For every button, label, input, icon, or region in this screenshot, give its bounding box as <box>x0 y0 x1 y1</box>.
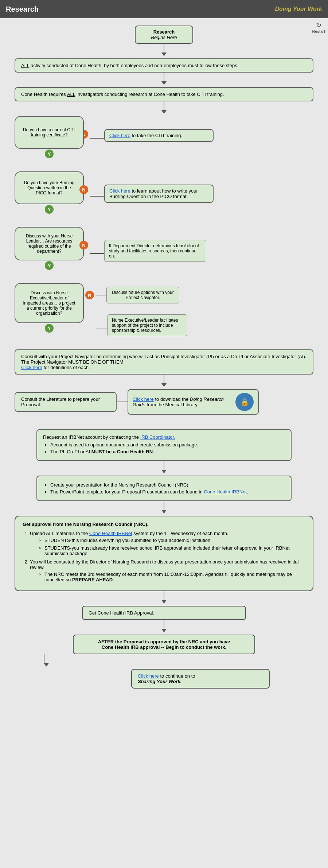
presentation-irbnet-link[interactable]: Cone Health IRBNet <box>204 489 247 495</box>
sharing-box: Click here to continue on to Sharing You… <box>131 669 270 689</box>
presentation-box: Create your presentation for the Nursing… <box>36 476 292 501</box>
nrc-irbnet-link[interactable]: Cone Health IRBNet <box>89 531 132 536</box>
q2-n-link[interactable]: Click here <box>109 188 130 194</box>
q4-n-text: Discuss future options with your Project… <box>112 290 173 300</box>
q2-section: Do you have your Burning Question writte… <box>15 171 313 214</box>
q1-text: Do you have a current CITI training cert… <box>23 127 76 137</box>
all-activity-text: ALL activity conducted at Cone Health, b… <box>21 63 238 68</box>
citi-required-text: Cone Health requires ALL investigators c… <box>21 92 224 97</box>
nrc-bullet-1a: STUDENTS-this includes everything you su… <box>44 538 305 543</box>
irbnet-coordinator-link[interactable]: IRB Coordinator. <box>140 434 175 440</box>
irbnet-intro-text: Request an IRBNet account by contacting … <box>43 434 140 440</box>
consult-lib-link[interactable]: Click here <box>133 396 154 402</box>
all-activity-box: ALL activity conducted at Cone Health, b… <box>15 58 313 73</box>
irbnet-bullet-2: The PI, Co-PI or AI MUST be a Cone Healt… <box>50 449 285 454</box>
nrc-item-1-bullets: STUDENTS-this includes everything you su… <box>44 538 305 556</box>
q4-text: Discuss with Nurse Executive/Leader of i… <box>23 290 76 316</box>
q1-section: Do you have a current CITI training cert… <box>15 116 313 158</box>
q1-n-box: Click here to take the CITI training. <box>104 129 214 142</box>
presentation-bullets: Create your presentation for the Nursing… <box>50 482 285 495</box>
consult-pi-text: Consult with your Project Navigator on d… <box>21 354 306 365</box>
sharing-italic: Sharing Your Work. <box>138 679 181 684</box>
after-proposal-line1: AFTER the Proposal is approved by the NR… <box>98 639 230 644</box>
get-irb-box: Get Cone Health IRB Approval. <box>82 606 246 620</box>
q3-text: Discuss with your Nurse Leader… Are reso… <box>23 233 76 254</box>
sharing-suffix: to continue on to <box>160 673 195 679</box>
nrc-item-1: Upload ALL materials to the Cone Health … <box>30 530 305 556</box>
nrc-items: Upload ALL materials to the Cone Health … <box>30 530 305 582</box>
consult-pi-suffix: for definitions of each. <box>43 365 90 370</box>
q2-n-box: Click here to learn about how to write y… <box>104 185 214 203</box>
q2-n-badge: N <box>79 185 88 194</box>
q1-n-text: to take the CITI training. <box>132 133 182 138</box>
q1-y-badge: Y <box>45 150 54 158</box>
consult-lit-box: Consult the Literature to prepare your P… <box>15 392 117 412</box>
library-icon: 🔒 <box>235 393 254 411</box>
q4-diamond: Discuss with Nurse Executive/Leader of i… <box>15 283 84 323</box>
irbnet-intro-row: Request an IRBNet account by contacting … <box>43 434 285 440</box>
irbnet-bullet-1: Account is used to upload documents and … <box>50 442 285 447</box>
nrc-bullet-1b: STUDENTS-you must already have received … <box>44 545 305 556</box>
q2-diamond: Do you have your Burning Question writte… <box>15 171 84 204</box>
q4-n-badge: N <box>85 291 94 299</box>
q2-text: Do you have your Burning Question writte… <box>23 180 76 195</box>
q3-section: Discuss with your Nurse Leader… Are reso… <box>15 227 313 270</box>
q1-n-link[interactable]: Click here <box>109 133 130 138</box>
q3-y-badge: Y <box>45 261 54 270</box>
irbnet-box: Request an IRBNet account by contacting … <box>36 429 292 461</box>
q3-n-text: If Department Director determines feasib… <box>109 243 199 259</box>
presentation-bullet-1: Create your presentation for the Nursing… <box>50 482 285 488</box>
q4-y-action-box: Nurse Executive/Leader facilitates suppo… <box>107 314 187 336</box>
presentation-bullet-2: The PowerPoint template for your Proposa… <box>50 489 285 495</box>
nrc-item-2-bullets: The NRC meets the 3rd Wednesday of each … <box>44 571 305 582</box>
nrc-bullet-2a: The NRC meets the 3rd Wednesday of each … <box>44 571 305 582</box>
consult-pi-link[interactable]: Click here <box>21 365 42 370</box>
sharing-link[interactable]: Click here <box>138 673 159 679</box>
start-box: Research Begins Here <box>135 26 193 44</box>
start-line1: Research <box>141 29 187 35</box>
start-line2: Begins Here <box>151 35 177 40</box>
q3-n-box: If Department Director determines feasib… <box>104 240 206 262</box>
get-irb-text: Get Cone Health IRB Approval. <box>89 610 154 616</box>
q3-diamond: Discuss with your Nurse Leader… Are reso… <box>15 227 84 260</box>
header: Research Doing Your Work <box>0 0 328 18</box>
consult-lit-row: Consult the Literature to prepare your P… <box>15 389 313 415</box>
nrc-approval-intro: Get approval from the Nursing Research C… <box>23 522 305 527</box>
consult-pi-box: Consult with your Project Navigator on d… <box>15 349 313 375</box>
q3-n-badge: N <box>79 241 88 249</box>
header-title: Research <box>6 5 39 13</box>
consult-lit-text: Consult the Literature to prepare your P… <box>21 396 100 407</box>
irbnet-bullets: Account is used to upload documents and … <box>50 442 285 454</box>
header-subtitle: Doing Your Work <box>275 6 322 12</box>
nrc-item-2: You will be contacted by the Director of… <box>30 559 305 582</box>
nrc-approval-box: Get approval from the Nursing Research C… <box>15 516 313 591</box>
citi-required-box: Cone Health requires ALL investigators c… <box>15 87 313 101</box>
q4-section: Discuss with Nurse Executive/Leader of i… <box>15 283 313 336</box>
consult-lib-box: Click here to download the Doing Researc… <box>128 389 259 415</box>
q1-diamond: Do you have a current CITI training cert… <box>15 116 84 149</box>
q4-y-badge: Y <box>45 324 54 333</box>
q2-y-badge: Y <box>45 205 54 214</box>
after-proposal-line2: Cone Health IRB approval -- Begin to con… <box>102 644 226 650</box>
after-proposal-box: AFTER the Proposal is approved by the NR… <box>73 635 255 654</box>
q4-y-text: Nurse Executive/Leader facilitates suppo… <box>112 318 178 333</box>
q4-n-box: Discuss future options with your Project… <box>106 287 179 303</box>
